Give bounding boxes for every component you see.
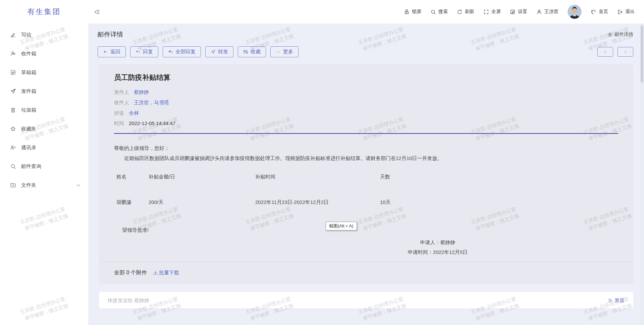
avatar-photo-icon <box>568 5 582 19</box>
reply-all-button[interactable]: 全部回复 <box>163 46 201 57</box>
scrollbar-thumb[interactable] <box>641 25 643 83</box>
table-cell: 2022年11月23日-2022年12月2日 <box>253 199 378 206</box>
forward-button[interactable]: 转发 <box>205 46 233 57</box>
person-inbox-icon <box>10 51 16 57</box>
quick-reply-bar: 发送 <box>99 292 633 309</box>
logout-button[interactable]: 退出 <box>617 9 635 15</box>
table-header: 姓名 <box>114 174 146 180</box>
chevron-down-icon <box>75 182 82 188</box>
mail-paragraph: 近期福田区数据团队成员胡鹏濠被抽调沙头街道参加疫情数据处理工作。现根据防疫补贴标… <box>114 155 618 162</box>
mail-body: 尊敬的上级领导，您好： 近期福田区数据团队成员胡鹏濠被抽调沙头街道参加疫情数据处… <box>99 134 633 257</box>
back-home-icon <box>591 9 596 15</box>
menu-fold-icon <box>94 9 100 15</box>
sidebar-item-contacts[interactable]: 通讯录 <box>0 138 88 157</box>
sidebar-item-folders[interactable]: 文件夹 <box>0 176 88 195</box>
chevron-left-icon <box>603 50 607 54</box>
time-value: 2022-12-05 14:44:47 <box>129 118 175 128</box>
table-header-row: 姓名 补贴金额/日 补贴时间 天数 <box>114 174 618 180</box>
attachments-summary: 全部 0 个附件 <box>114 269 147 276</box>
mail-subject: 员工防疫补贴结算 <box>114 73 618 82</box>
scrollbar-track <box>640 23 644 325</box>
arrow-left-icon <box>103 49 108 54</box>
quick-reply-input[interactable] <box>108 297 608 303</box>
lock-screen-button[interactable]: 锁屏 <box>404 9 421 15</box>
download-icon <box>153 270 158 275</box>
paper-plane-icon <box>10 88 16 94</box>
sidebar-item-sent[interactable]: 发件箱 <box>0 82 88 101</box>
table-header: 补贴时间 <box>253 174 378 180</box>
location-pin-icon <box>607 32 612 37</box>
time-label: 时间 <box>114 118 124 128</box>
sidebar-item-mail-search[interactable]: 邮件查询 <box>0 157 88 176</box>
cc-label: 抄送 <box>114 108 124 118</box>
reply-icon <box>136 49 141 54</box>
chevron-right-icon <box>623 50 628 54</box>
sidebar-collapse-button[interactable] <box>94 9 100 15</box>
sidebar-item-drafts[interactable]: 草稿箱 <box>0 63 88 82</box>
table-header: 天数 <box>378 174 618 180</box>
avatar[interactable] <box>568 5 582 19</box>
table-cell: 10天 <box>378 199 618 206</box>
mail-pager <box>597 47 633 57</box>
sidebar: 写信 收件箱 草稿箱 发件箱 垃圾箱 收藏夹 通讯录 邮件查询 文件夹 <box>0 23 88 325</box>
sidebar-item-trash[interactable]: 垃圾箱 <box>0 101 88 119</box>
home-button[interactable]: 首页 <box>591 9 608 15</box>
lock-icon <box>404 9 410 15</box>
contacts-icon <box>10 145 16 151</box>
mail-detail-card: 员工防疫补贴结算 发件人 蔡静静 收件人 王洪哲，马雪瑶 抄送 全林 时间 20… <box>99 64 633 284</box>
table-cell: 200/天 <box>146 199 253 206</box>
page-title: 邮件详情 <box>98 30 123 39</box>
back-button[interactable]: 返回 <box>98 46 126 57</box>
current-user[interactable]: 王洪哲 <box>536 9 558 15</box>
mail-cc-row: 抄送 全林 <box>114 108 618 118</box>
sidebar-item-compose[interactable]: 写信 <box>0 25 88 44</box>
sidebar-item-inbox[interactable]: 收件箱 <box>0 44 88 63</box>
main-content: 邮件详情 邮件详情 返回 回复 全部回复 转发 <box>88 23 644 325</box>
edit-square-icon <box>510 9 516 15</box>
table-cell: 胡鹏濠 <box>114 199 146 206</box>
table-row: 胡鹏濠 200/天 2022年11月23日-2022年12月2日 10天 <box>114 199 618 206</box>
user-icon <box>536 9 542 15</box>
mail-time-row: 时间 2022-12-05 14:44:47 <box>114 118 618 128</box>
star-icon <box>10 126 16 132</box>
applicant-date: 申请时间：2022年12月5日 <box>382 247 493 257</box>
search-icon <box>430 9 436 15</box>
to-value[interactable]: 王洪哲，马雪瑶 <box>134 97 169 108</box>
refresh-icon <box>457 9 463 15</box>
mail-from-row: 发件人 蔡静静 <box>114 87 618 97</box>
pencil-icon <box>10 32 16 38</box>
screenshot-tooltip: 截图(Alt + A) <box>326 222 357 230</box>
search-button[interactable]: 搜索 <box>430 9 448 15</box>
brand-logo: 有生集团 <box>0 7 88 17</box>
mail-to-row: 收件人 王洪哲，马雪瑶 <box>114 97 618 108</box>
from-label: 发件人 <box>114 87 129 97</box>
reply-all-icon <box>168 49 173 54</box>
favorite-button[interactable]: 收藏 <box>238 46 266 57</box>
prev-mail-button[interactable] <box>597 47 613 57</box>
refresh-button[interactable]: 刷新 <box>457 9 474 15</box>
applicant-block: 申请人：蔡静静 申请时间：2022年12月5日 <box>382 237 493 257</box>
topbar: 有生集团 锁屏 搜索 刷新 全屏 设置 王洪哲 <box>0 0 644 23</box>
search-icon <box>10 163 16 169</box>
next-mail-button[interactable] <box>618 47 633 57</box>
fullscreen-icon <box>483 9 489 15</box>
applicant-name: 申请人：蔡静静 <box>382 237 493 247</box>
topbar-menu: 锁屏 搜索 刷新 全屏 设置 王洪哲 <box>404 5 635 19</box>
cc-value[interactable]: 全林 <box>129 108 139 118</box>
from-value[interactable]: 蔡静静 <box>134 87 149 97</box>
mail-greeting: 尊敬的上级领导，您好： <box>114 145 618 152</box>
breadcrumb: 邮件详情 <box>607 32 633 38</box>
sidebar-item-favorites[interactable]: 收藏夹 <box>0 119 88 138</box>
table-header: 补贴金额/日 <box>146 174 253 180</box>
batch-download-link[interactable]: 批量下载 <box>153 270 179 276</box>
folder-plus-icon <box>10 182 16 188</box>
more-button[interactable]: 更多 <box>270 46 299 57</box>
send-triangle-icon <box>608 298 613 303</box>
logout-icon <box>617 9 623 15</box>
reply-button[interactable]: 回复 <box>130 46 158 57</box>
send-button[interactable]: 发送 <box>608 297 625 304</box>
settings-button[interactable]: 设置 <box>510 9 527 15</box>
fullscreen-button[interactable]: 全屏 <box>483 9 501 15</box>
subsidy-table: 姓名 补贴金额/日 补贴时间 天数 胡鹏濠 200/天 2022年11月23日-… <box>114 174 618 206</box>
forward-icon <box>211 49 216 54</box>
